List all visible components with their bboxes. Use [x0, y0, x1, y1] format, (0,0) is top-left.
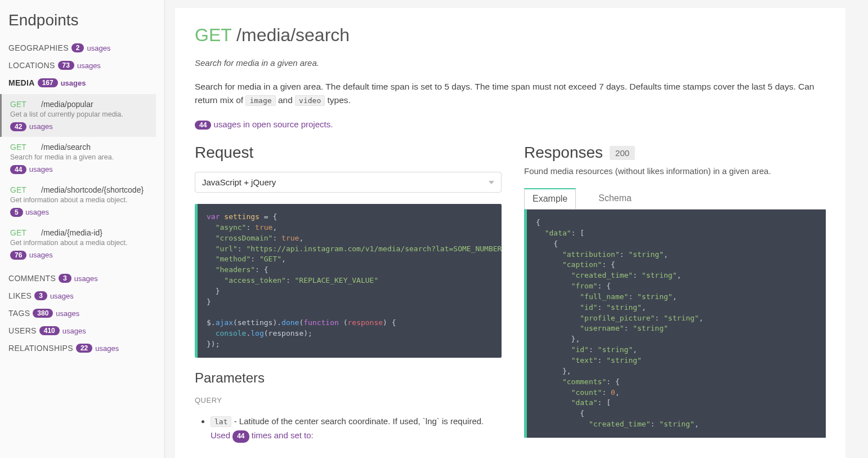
endpoint-media-popular[interactable]: GET /media/popular Get a list of current… — [0, 94, 156, 137]
title-method: GET — [195, 25, 231, 45]
usages-text: usages — [62, 327, 86, 335]
category-users[interactable]: USERS 410 usages — [8, 326, 156, 335]
tab-example[interactable]: Example — [524, 188, 576, 209]
param-list: lat - Latitude of the center search coor… — [195, 415, 502, 443]
request-heading: Request — [195, 144, 502, 162]
usage-badge: 5 — [10, 208, 23, 217]
language-select[interactable]: JavaScript + jQuery — [195, 172, 502, 193]
usage-badge: 2 — [71, 43, 84, 52]
category-media[interactable]: MEDIA 167 usages GET /media/popular Get … — [8, 78, 156, 265]
endpoint-path: /media/popular — [41, 100, 93, 109]
usage-badge: 3 — [34, 291, 47, 300]
usages-text: usages — [56, 309, 79, 318]
http-method: GET — [10, 228, 41, 237]
usage-badge: 167 — [38, 78, 58, 87]
usage-badge: 73 — [58, 61, 74, 70]
http-method: GET — [10, 185, 41, 194]
tab-schema[interactable]: Schema — [590, 188, 640, 209]
param-item: lat - Latitude of the center search coor… — [211, 415, 502, 443]
parameters-heading: Parameters — [195, 370, 502, 386]
cat-label: RELATIONSHIPS — [8, 344, 73, 353]
chevron-down-icon — [489, 181, 494, 184]
endpoint-media-id[interactable]: GET /media/{media-id} Get information ab… — [0, 223, 156, 265]
endpoint-media-shortcode[interactable]: GET /media/shortcode/{shortcode} Get inf… — [0, 180, 156, 223]
usages-text: usages — [25, 208, 49, 216]
request-code: var settings = { "async": true, "crossDo… — [195, 204, 502, 358]
endpoint-path: /media/{media-id} — [41, 228, 102, 237]
cat-label: MEDIA — [8, 78, 35, 87]
usage-badge: 42 — [10, 122, 26, 131]
cat-label: TAGS — [8, 309, 30, 318]
cat-label: COMMENTS — [8, 274, 56, 283]
endpoint-desc: Get information about a media object. — [10, 239, 150, 247]
sidebar: Endpoints GEOGRAPHIES 2 usages LOCATIONS… — [0, 0, 165, 458]
http-method: GET — [10, 100, 41, 109]
query-label: QUERY — [195, 396, 502, 404]
usages-text: usages — [87, 44, 110, 52]
endpoint-description: Search for media in a given area. The de… — [195, 80, 826, 107]
usages-text: usages — [29, 251, 53, 259]
cat-label: LOCATIONS — [8, 61, 55, 70]
endpoint-desc: Get a list of currently popular media. — [10, 110, 150, 118]
response-tabs: Example Schema — [524, 188, 826, 210]
code-inline: image — [245, 95, 275, 106]
http-method: GET — [10, 143, 41, 152]
title-path: /media/search — [236, 25, 350, 45]
usage-badge: 76 — [10, 251, 26, 260]
usage-badge: 410 — [39, 326, 60, 335]
response-json: { "data": [ { "attribution": "string", "… — [524, 209, 826, 438]
usage-badge: 22 — [76, 344, 92, 353]
status-badge[interactable]: 200 — [610, 146, 635, 160]
usages-text: usages — [29, 165, 53, 174]
responses-heading: Responses — [524, 144, 603, 162]
usages-link[interactable]: 44 usages in open source projects. — [195, 119, 826, 130]
usage-badge: 44 — [195, 121, 211, 130]
usage-badge: 44 — [10, 165, 26, 174]
usages-text: usages — [29, 122, 53, 131]
category-tags[interactable]: TAGS 380 usages — [8, 309, 156, 318]
cat-label: LIKES — [8, 291, 32, 300]
sidebar-title: Endpoints — [8, 11, 156, 29]
usage-badge: 3 — [59, 274, 71, 283]
endpoint-desc: Search for media in a given area. — [10, 153, 150, 161]
param-name: lat — [211, 416, 231, 427]
cat-label: USERS — [8, 326, 37, 335]
usages-link-text: usages in open source projects. — [214, 119, 333, 129]
responses-column: Responses 200 Found media resources (wit… — [524, 144, 826, 443]
usage-badge: 44 — [232, 430, 249, 443]
language-select-value: JavaScript + jQuery — [202, 177, 276, 187]
request-column: Request JavaScript + jQuery var settings… — [195, 144, 502, 443]
usage-badge: 380 — [33, 309, 53, 318]
category-comments[interactable]: COMMENTS 3 usages — [8, 274, 156, 283]
endpoint-path: /media/search — [41, 143, 91, 152]
endpoint-summary: Search for media in a given area. — [195, 58, 826, 68]
category-relationships[interactable]: RELATIONSHIPS 22 usages — [8, 344, 156, 353]
endpoint-media-search[interactable]: GET /media/search Search for media in a … — [0, 137, 156, 180]
response-description: Found media resources (without likes inf… — [524, 166, 826, 176]
endpoint-desc: Get information about a media object. — [10, 196, 150, 204]
category-locations[interactable]: LOCATIONS 73 usages — [8, 61, 156, 70]
endpoint-path: /media/shortcode/{shortcode} — [41, 185, 144, 194]
usages-text: usages — [95, 344, 119, 353]
usages-text: usages — [77, 61, 101, 70]
category-likes[interactable]: LIKES 3 usages — [8, 291, 156, 300]
usages-text: usages — [74, 274, 98, 283]
usages-text: usages — [50, 292, 74, 300]
main-content: GET /media/search Search for media in a … — [175, 8, 845, 458]
category-geographies[interactable]: GEOGRAPHIES 2 usages — [8, 43, 156, 52]
code-inline: video — [295, 95, 325, 106]
usages-text: usages — [61, 79, 86, 87]
page-title: GET /media/search — [195, 25, 826, 46]
cat-label: GEOGRAPHIES — [8, 43, 69, 52]
